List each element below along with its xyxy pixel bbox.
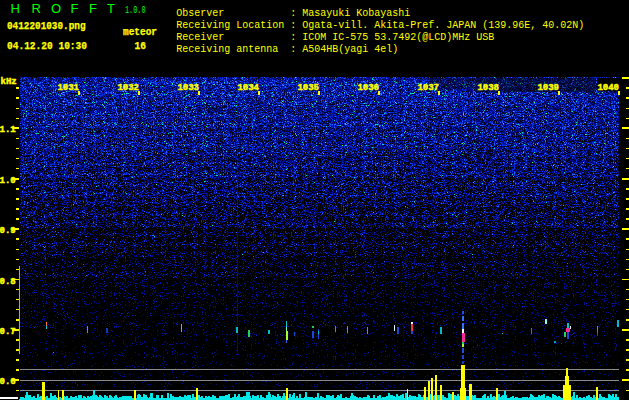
svg-text:1032: 1032 xyxy=(117,83,139,93)
svg-text:Receiving Location : Ogata-vil: Receiving Location : Ogata-vill. Akita-P… xyxy=(176,20,584,31)
svg-text:1034: 1034 xyxy=(237,83,259,93)
svg-text:Receiving antenna : A504HB(ya: Receiving antenna : A504HB(yagi 4el) xyxy=(176,44,398,55)
svg-text:F: F xyxy=(71,1,79,16)
svg-text:T: T xyxy=(107,1,115,16)
svg-text:0.7: 0.7 xyxy=(0,327,16,337)
svg-text:O: O xyxy=(51,1,61,16)
svg-text:0412201030.png: 0412201030.png xyxy=(7,21,86,32)
svg-text:0.8: 0.8 xyxy=(0,277,16,287)
svg-text:1.0.0: 1.0.0 xyxy=(125,5,146,16)
svg-text:Observer : Masayuki: Observer : Masayuki Kobayashi xyxy=(176,8,410,19)
svg-text:H: H xyxy=(11,1,20,16)
svg-text:0.9: 0.9 xyxy=(0,226,16,236)
svg-text:1035: 1035 xyxy=(297,83,319,93)
svg-text:meteor: meteor xyxy=(123,27,157,38)
svg-text:1031: 1031 xyxy=(57,83,79,93)
svg-text:kHz: kHz xyxy=(1,77,17,87)
svg-text:R: R xyxy=(32,1,41,16)
svg-text:04.12.20 10:30: 04.12.20 10:30 xyxy=(7,41,87,52)
svg-text:1.0: 1.0 xyxy=(0,176,16,186)
svg-text:1036: 1036 xyxy=(357,83,379,93)
svg-text:F: F xyxy=(89,1,97,16)
svg-text:Receiver : ICOM IC-5: Receiver : ICOM IC-575 53.7492(@LCD)MHz … xyxy=(176,32,494,43)
svg-text:1038: 1038 xyxy=(477,83,499,93)
svg-text:1039: 1039 xyxy=(537,83,559,93)
svg-text:1040: 1040 xyxy=(597,83,619,93)
svg-text:1037: 1037 xyxy=(417,83,439,93)
svg-text:1.1: 1.1 xyxy=(0,125,16,135)
svg-text:0.6: 0.6 xyxy=(0,377,16,387)
svg-text:16: 16 xyxy=(135,41,147,52)
svg-text:1033: 1033 xyxy=(177,83,199,93)
